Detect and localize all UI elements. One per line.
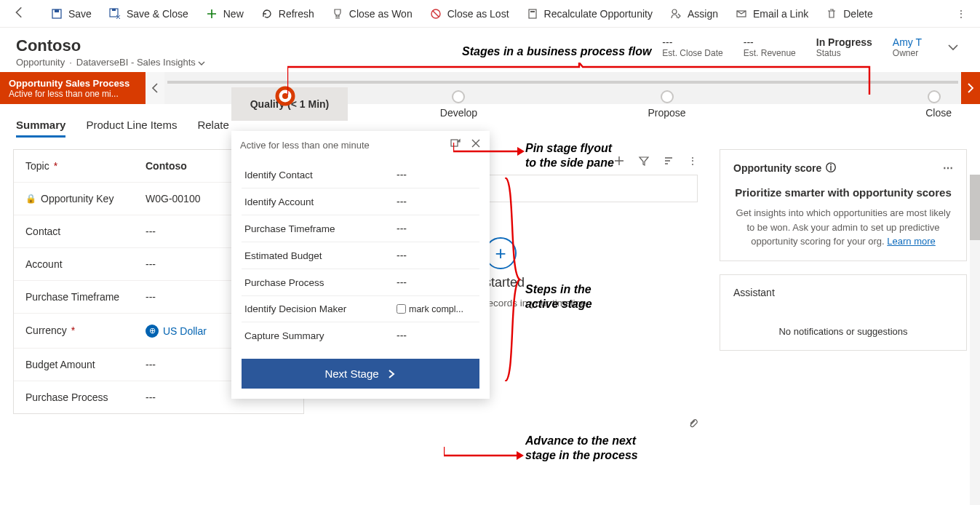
step-label: Identify Decision Maker <box>244 303 397 314</box>
field-value[interactable]: --- <box>146 258 156 270</box>
assistant-card: Assistant No notifications or suggestion… <box>720 274 967 351</box>
score-learn-more-link[interactable]: Learn more <box>887 236 935 247</box>
bpf-next-button[interactable] <box>961 72 980 104</box>
mark-complete-checkbox[interactable]: mark compl... <box>397 304 477 314</box>
field-value[interactable]: --- <box>146 359 156 370</box>
field-label: Currency <box>25 325 67 336</box>
delete-label: Delete <box>843 8 872 20</box>
tab-product-line-items[interactable]: Product Line Items <box>86 114 177 138</box>
timeline-sort-icon[interactable] <box>663 155 674 169</box>
delete-icon <box>826 8 837 20</box>
annotation-steps: Steps in theactive stage <box>525 282 592 311</box>
bpf-prev-button[interactable] <box>146 72 164 104</box>
annotation-brace-icon <box>502 178 521 383</box>
step-value[interactable]: --- <box>397 196 477 207</box>
field-value[interactable]: W0G-00100 <box>146 193 200 204</box>
info-icon[interactable]: ⓘ <box>826 162 836 175</box>
annotation-arrow-advance <box>444 447 525 461</box>
form-selector[interactable]: DataverseBI - Sales Insights <box>76 57 206 68</box>
score-heading: Opportunity score <box>733 162 821 174</box>
back-button[interactable] <box>13 6 26 21</box>
new-button[interactable]: New <box>206 8 244 20</box>
est-revenue-field[interactable]: --- Est. Revenue <box>744 36 796 58</box>
entity-name: Opportunity <box>16 57 65 68</box>
refresh-label: Refresh <box>279 8 314 20</box>
annotation-pin: Pin stage flyoutto the side pane <box>525 141 614 170</box>
field-value[interactable]: ⊕US Dollar <box>146 324 207 338</box>
plus-icon <box>206 8 218 20</box>
score-more-button[interactable]: ⋯ <box>943 162 953 174</box>
timeline-more-icon[interactable]: ⋮ <box>688 155 698 169</box>
close-won-button[interactable]: Close as Won <box>332 8 413 20</box>
step-value[interactable]: --- <box>397 277 477 288</box>
step-value[interactable]: --- <box>397 250 477 261</box>
field-label: Topic <box>25 160 49 172</box>
flyout-step-capture-summary[interactable]: Capture Summary--- <box>231 322 490 349</box>
flyout-step-identify-contact[interactable]: Identify Contact--- <box>231 162 490 188</box>
field-label: Purchase Process <box>25 391 108 403</box>
email-icon <box>736 8 747 20</box>
more-commands-button[interactable]: ⋮ <box>955 8 967 20</box>
recalc-label: Recalculate Opportunity <box>544 8 653 20</box>
recalculate-button[interactable]: Recalculate Opportunity <box>527 8 653 20</box>
step-value[interactable]: --- <box>397 223 477 234</box>
header-expand-button[interactable] <box>942 36 964 60</box>
step-label: Estimated Budget <box>244 250 397 261</box>
est-close-date-field[interactable]: --- Est. Close Date <box>662 36 722 58</box>
assign-button[interactable]: Assign <box>670 8 718 20</box>
close-lost-button[interactable]: Close as Lost <box>430 8 509 20</box>
step-label: Capture Summary <box>244 330 397 341</box>
assign-icon <box>670 8 682 20</box>
field-label: Contact <box>25 226 60 237</box>
assistant-heading: Assistant <box>733 287 953 298</box>
field-value[interactable]: --- <box>146 226 156 237</box>
new-label: New <box>223 8 244 20</box>
field-label: Purchase Timeframe <box>25 291 119 303</box>
calculator-icon <box>527 8 538 20</box>
step-value[interactable]: --- <box>397 330 477 341</box>
score-title: Prioritize smarter with opportunity scor… <box>733 186 953 199</box>
page-scrollbar[interactable] <box>970 175 980 505</box>
flyout-step-purchase-process[interactable]: Purchase Process--- <box>231 269 490 295</box>
annotation-advance: Advance to the nextstage in the process <box>525 434 638 463</box>
refresh-icon <box>261 8 273 20</box>
flyout-step-identify-decision-maker[interactable]: Identify Decision Maker mark compl... <box>231 296 490 322</box>
svg-rect-3 <box>112 9 116 11</box>
tab-summary[interactable]: Summary <box>16 114 65 138</box>
close-lost-label: Close as Lost <box>447 8 509 20</box>
save-button[interactable]: Save <box>51 8 92 20</box>
bpf-process-badge[interactable]: Opportunity Sales Process Active for les… <box>0 72 146 104</box>
timeline-add-icon[interactable] <box>613 155 625 169</box>
field-value[interactable]: Contoso <box>146 160 187 172</box>
next-stage-button[interactable]: Next Stage <box>242 359 479 389</box>
required-indicator: * <box>71 325 75 336</box>
close-won-label: Close as Won <box>349 8 413 20</box>
email-label: Email a Link <box>753 8 808 20</box>
refresh-button[interactable]: Refresh <box>261 8 314 20</box>
save-close-button[interactable]: Save & Close <box>109 8 188 20</box>
flyout-step-purchase-timeframe[interactable]: Purchase Timeframe--- <box>231 215 490 242</box>
tab-related[interactable]: Relate <box>197 114 228 138</box>
annotation-stages: Stages in a business process flow <box>462 45 652 58</box>
step-value[interactable]: --- <box>397 169 477 180</box>
flyout-step-estimated-budget[interactable]: Estimated Budget--- <box>231 242 490 269</box>
field-label: Account <box>25 258 63 270</box>
field-label: Opportunity Key <box>41 193 113 204</box>
delete-button[interactable]: Delete <box>826 8 872 20</box>
step-value[interactable]: mark compl... <box>397 304 477 314</box>
field-value[interactable]: --- <box>146 391 156 403</box>
timeline-filter-icon[interactable] <box>638 155 650 169</box>
annotation-arrow-pin <box>453 143 526 157</box>
assign-label: Assign <box>688 8 718 20</box>
svg-rect-5 <box>529 9 536 18</box>
svg-rect-1 <box>55 9 59 12</box>
svg-rect-6 <box>530 11 535 12</box>
record-title: Contoso <box>16 36 205 55</box>
field-label: Budget Amount <box>25 359 95 370</box>
field-value[interactable]: --- <box>146 291 156 303</box>
flyout-step-identify-account[interactable]: Identify Account--- <box>231 188 490 215</box>
attachment-icon[interactable] <box>688 418 699 432</box>
email-link-button[interactable]: Email a Link <box>736 8 808 20</box>
assistant-empty-text: No notifications or suggestions <box>733 325 953 339</box>
owner-field[interactable]: Amy T Owner <box>893 36 922 58</box>
